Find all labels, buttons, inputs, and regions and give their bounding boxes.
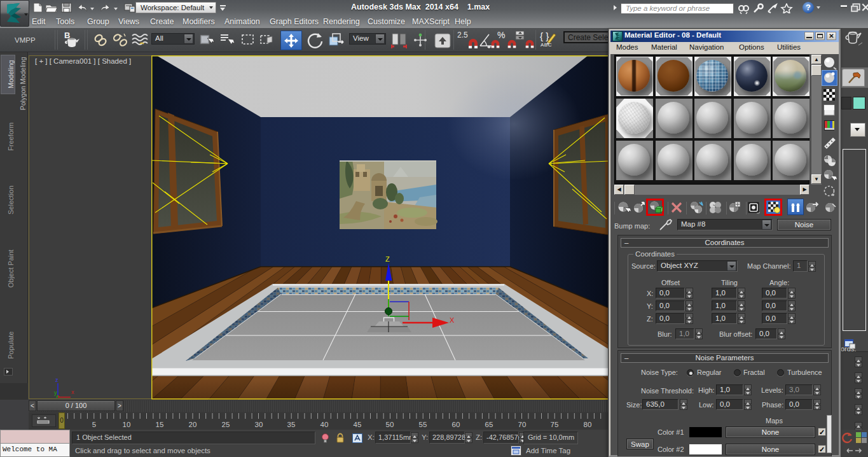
svg-text:5: 5 [92,421,96,428]
svg-text:y: y [54,390,57,396]
svg-text:10: 10 [123,421,131,428]
svg-text:75: 75 [551,421,559,428]
svg-text:45: 45 [354,421,362,428]
svg-text:65: 65 [485,421,493,428]
svg-text:25: 25 [222,421,230,428]
svg-text:z: z [55,377,59,383]
svg-text:30: 30 [255,421,263,428]
svg-text:20: 20 [189,421,197,428]
svg-text:Z: Z [385,255,390,263]
svg-text:70: 70 [518,421,527,428]
svg-text:50: 50 [386,421,394,428]
svg-text:35: 35 [287,421,296,428]
svg-text:40: 40 [320,421,329,428]
svg-text:15: 15 [156,421,164,428]
svg-text:60: 60 [452,421,460,428]
svg-text:80: 80 [584,421,592,428]
svg-text:55: 55 [419,421,427,428]
svg-text:x: x [71,389,74,395]
svg-text:X: X [450,316,455,324]
